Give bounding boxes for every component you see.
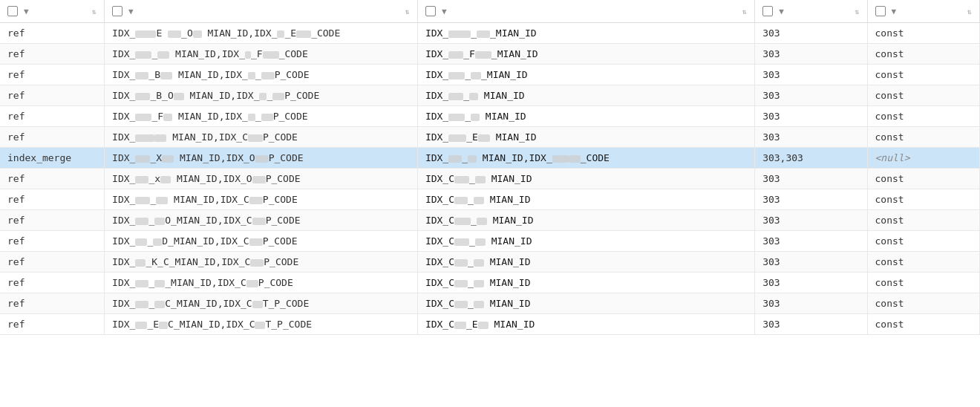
table-row[interactable]: index_mergeIDX__X MIAN_ID,IDX_OP_CODEIDX…: [0, 148, 980, 169]
key-sort-icon[interactable]: ⇅: [742, 7, 747, 16]
cell-possible-keys: IDX__ MIAN_ID,IDX_CP_CODE: [105, 189, 418, 210]
cell-ref: const: [867, 65, 979, 85]
col-header-type: ▼ ⇅: [0, 0, 105, 23]
cell-key: IDX_C_ MIAN_ID: [417, 210, 754, 231]
cell-ref: const: [867, 44, 979, 65]
cell-key: IDX__E MIAN_ID: [417, 127, 754, 148]
cell-type: ref: [0, 85, 105, 106]
cell-type: ref: [0, 44, 105, 65]
cell-key-len: 303: [755, 44, 867, 65]
cell-key-len: 303: [755, 210, 867, 231]
cell-possible-keys: IDX__K_C_MIAN_ID,IDX_CP_CODE: [105, 252, 418, 273]
table-row[interactable]: refIDX__x MIAN_ID,IDX_OP_CODEIDX_C_ MIAN…: [0, 169, 980, 189]
key-filter-icon[interactable]: ▼: [442, 7, 447, 16]
cell-key-len: 303: [755, 189, 867, 210]
cell-key: IDX_C_ MIAN_ID: [417, 252, 754, 273]
cell-possible-keys: IDX__D_MIAN_ID,IDX_CP_CODE: [105, 231, 418, 252]
table-row[interactable]: refIDX_ MIAN_ID,IDX_CP_CODEIDX__E MIAN_I…: [0, 127, 980, 148]
cell-type: ref: [0, 314, 105, 335]
table-row[interactable]: refIDX__K_C_MIAN_ID,IDX_CP_CODEIDX_C_ MI…: [0, 252, 980, 273]
key-len-sort-icon[interactable]: ⇅: [855, 7, 860, 16]
cell-possible-keys: IDX_E _O MIAN_ID,IDX__E_CODE: [105, 23, 418, 44]
table-row[interactable]: refIDX__ MIAN_ID,IDX__F_CODEIDX__F_MIAN_…: [0, 44, 980, 65]
cell-type: ref: [0, 169, 105, 189]
cell-ref: const: [867, 210, 979, 231]
cell-type: ref: [0, 127, 105, 148]
cell-ref: const: [867, 189, 979, 210]
cell-key: IDX__ MIAN_ID: [417, 85, 754, 106]
cell-possible-keys: IDX__C_MIAN_ID,IDX_CT_P_CODE: [105, 293, 418, 314]
cell-key-len: 303: [755, 23, 867, 44]
ref-filter-icon[interactable]: ▼: [892, 7, 897, 16]
table-row[interactable]: refIDX__C_MIAN_ID,IDX_CT_P_CODEIDX_C_ MI…: [0, 293, 980, 314]
cell-ref: const: [867, 293, 979, 314]
cell-key: IDX_C_E MIAN_ID: [417, 314, 754, 335]
cell-key: IDX__F_MIAN_ID: [417, 44, 754, 65]
cell-possible-keys: IDX__X MIAN_ID,IDX_OP_CODE: [105, 148, 418, 169]
table-row[interactable]: refIDX__O_MIAN_ID,IDX_CP_CODEIDX_C_ MIAN…: [0, 210, 980, 231]
cell-type: ref: [0, 273, 105, 293]
type-sort-icon[interactable]: ⇅: [92, 7, 97, 16]
table-row[interactable]: refIDX__ MIAN_ID,IDX_CP_CODEIDX_C_ MIAN_…: [0, 189, 980, 210]
cell-key-len: 303: [755, 314, 867, 335]
possible-keys-filter-icon[interactable]: ▼: [128, 7, 134, 16]
cell-type: ref: [0, 231, 105, 252]
cell-possible-keys: IDX__B MIAN_ID,IDX__P_CODE: [105, 65, 418, 85]
key-len-col-icon: [762, 6, 773, 16]
cell-key-len: 303: [755, 169, 867, 189]
query-results-table: ▼ ⇅ ▼ ⇅ ▼: [0, 0, 980, 335]
col-header-key-len: ▼ ⇅: [755, 0, 867, 23]
cell-possible-keys: IDX___MIAN_ID,IDX_CP_CODE: [105, 273, 418, 293]
cell-key: IDX_C_ MIAN_ID: [417, 169, 754, 189]
cell-possible-keys: IDX_ MIAN_ID,IDX_CP_CODE: [105, 127, 418, 148]
cell-key-len: 303: [755, 85, 867, 106]
cell-type: ref: [0, 106, 105, 127]
cell-type: index_merge: [0, 148, 105, 169]
cell-key-len: 303: [755, 273, 867, 293]
cell-ref: const: [867, 23, 979, 44]
cell-ref: const: [867, 169, 979, 189]
ref-col-icon: [875, 6, 886, 16]
key-col-icon: [425, 6, 436, 16]
cell-key: IDX__ MIAN_ID,IDX__CODE: [417, 148, 754, 169]
cell-ref: <null>: [867, 148, 979, 169]
col-header-possible-keys: ▼ ⇅: [105, 0, 418, 23]
cell-ref: const: [867, 127, 979, 148]
cell-possible-keys: IDX__O_MIAN_ID,IDX_CP_CODE: [105, 210, 418, 231]
cell-type: ref: [0, 189, 105, 210]
type-filter-icon[interactable]: ▼: [24, 7, 29, 16]
table-row[interactable]: refIDX___MIAN_ID,IDX_CP_CODEIDX_C_ MIAN_…: [0, 273, 980, 293]
cell-possible-keys: IDX__ MIAN_ID,IDX__F_CODE: [105, 44, 418, 65]
cell-ref: const: [867, 85, 979, 106]
cell-type: ref: [0, 293, 105, 314]
table-row[interactable]: refIDX__B_O MIAN_ID,IDX__P_CODEIDX__ MIA…: [0, 85, 980, 106]
table-row[interactable]: refIDX_E _O MIAN_ID,IDX__E_CODEIDX___MIA…: [0, 23, 980, 44]
cell-type: ref: [0, 65, 105, 85]
table-body: refIDX_E _O MIAN_ID,IDX__E_CODEIDX___MIA…: [0, 23, 980, 335]
cell-type: ref: [0, 252, 105, 273]
cell-key-len: 303,303: [755, 148, 867, 169]
cell-possible-keys: IDX__EC_MIAN_ID,IDX_CT_P_CODE: [105, 314, 418, 335]
cell-key: IDX__ MIAN_ID: [417, 106, 754, 127]
table-row[interactable]: refIDX__B MIAN_ID,IDX__P_CODEIDX___MIAN_…: [0, 65, 980, 85]
col-header-key: ▼ ⇅: [417, 0, 754, 23]
cell-ref: const: [867, 273, 979, 293]
cell-key-len: 303: [755, 106, 867, 127]
cell-key-len: 303: [755, 252, 867, 273]
cell-key: IDX_C_ MIAN_ID: [417, 231, 754, 252]
main-table-container: ▼ ⇅ ▼ ⇅ ▼: [0, 0, 980, 335]
cell-ref: const: [867, 231, 979, 252]
possible-keys-sort-icon[interactable]: ⇅: [405, 7, 410, 16]
cell-possible-keys: IDX__B_O MIAN_ID,IDX__P_CODE: [105, 85, 418, 106]
cell-key: IDX_C_ MIAN_ID: [417, 273, 754, 293]
table-row[interactable]: refIDX__F MIAN_ID,IDX__P_CODEIDX__ MIAN_…: [0, 106, 980, 127]
table-row[interactable]: refIDX__EC_MIAN_ID,IDX_CT_P_CODEIDX_C_E …: [0, 314, 980, 335]
key-len-filter-icon[interactable]: ▼: [779, 7, 784, 16]
cell-possible-keys: IDX__F MIAN_ID,IDX__P_CODE: [105, 106, 418, 127]
ref-sort-icon[interactable]: ⇅: [967, 7, 972, 16]
table-header-row: ▼ ⇅ ▼ ⇅ ▼: [0, 0, 980, 23]
table-row[interactable]: refIDX__D_MIAN_ID,IDX_CP_CODEIDX_C_ MIAN…: [0, 231, 980, 252]
type-col-icon: [7, 6, 18, 16]
cell-type: ref: [0, 210, 105, 231]
cell-key-len: 303: [755, 65, 867, 85]
